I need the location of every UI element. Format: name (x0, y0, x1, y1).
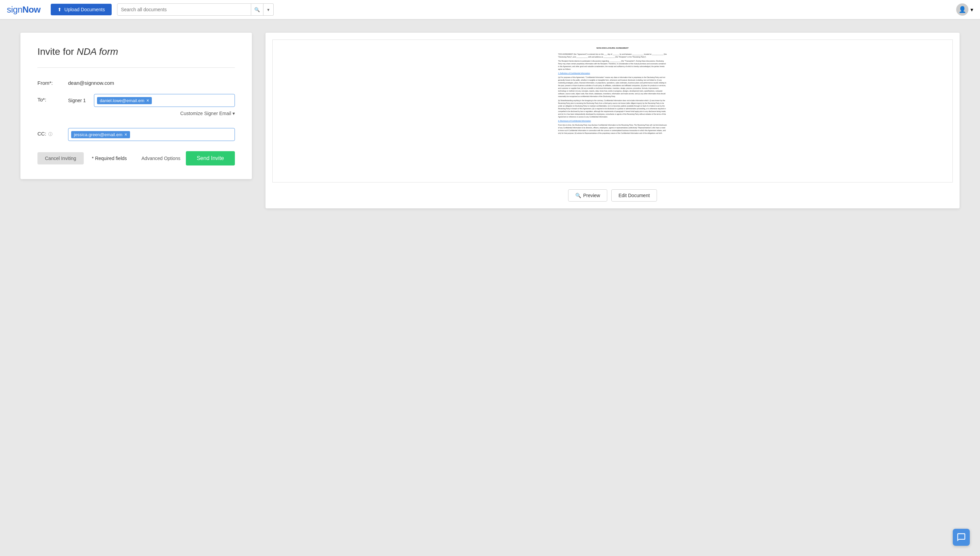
customize-signer-chevron-icon: ▾ (232, 111, 235, 116)
send-invite-button[interactable]: Send Invite (186, 151, 235, 165)
preview-button-label: Preview (583, 193, 600, 198)
edit-doc-label: Edit Document (618, 193, 650, 198)
signer-email-input[interactable]: daniel.lowe@email.em × (94, 94, 235, 107)
doc-para2: The Recipient hereto desires to particip… (558, 60, 667, 71)
doc-preview-panel: NON-DISCLOSURE AGREEMENT THIS AGREEMENT … (265, 33, 960, 208)
doc-section1-title: 1. Definition of Confidential Informatio… (558, 72, 667, 74)
invite-panel: Invite for NDA form From*: dean@signnow.… (20, 33, 252, 179)
upload-icon: ⬆ (58, 7, 61, 12)
logo: signNow (7, 5, 40, 15)
signer-label: Signer 1 (68, 98, 89, 103)
advanced-options-button[interactable]: Advanced Options (142, 155, 181, 161)
cc-email-remove[interactable]: × (124, 132, 127, 137)
from-value: dean@signnow.com (68, 77, 114, 86)
upload-button-label: Upload Documents (65, 7, 105, 12)
doc-text-content: NON-DISCLOSURE AGREEMENT THIS AGREEMENT … (558, 47, 667, 136)
doc-preview-title: NON-DISCLOSURE AGREEMENT (558, 47, 667, 50)
chevron-down-icon: ▾ (267, 7, 270, 12)
signer-row: Signer 1 daniel.lowe@email.em × (68, 94, 235, 107)
upload-documents-button[interactable]: ⬆ Upload Documents (51, 4, 111, 15)
avatar-chevron-icon: ▾ (970, 6, 973, 13)
cancel-inviting-button[interactable]: Cancel Inviting (37, 152, 84, 165)
invite-title: Invite for NDA form (37, 46, 235, 57)
signer-email-tag: daniel.lowe@email.em × (97, 97, 152, 104)
chat-icon (956, 532, 966, 542)
customize-signer-label: Customize Signer Email (181, 111, 231, 116)
logo-sign: sign (7, 5, 23, 15)
to-field-wrap: Signer 1 daniel.lowe@email.em × Customiz… (68, 94, 235, 120)
logo-now: Now (23, 5, 40, 15)
doc-preview-inner: NON-DISCLOSURE AGREEMENT THIS AGREEMENT … (272, 39, 953, 183)
edit-document-button[interactable]: Edit Document (611, 189, 657, 202)
preview-zoom-icon: 🔍 (575, 193, 581, 198)
doc-section1-text: (a) For purposes of this Agreement, "Con… (558, 76, 667, 98)
preview-buttons: 🔍 Preview Edit Document (568, 189, 657, 202)
signer-email-value: daniel.lowe@email.em (100, 98, 144, 103)
doc-section1-text2: (b) Notwithstanding anything in the fore… (558, 99, 667, 118)
invite-doc-name: NDA form (77, 46, 118, 57)
cc-email-tag: jessica.green@email.em × (71, 131, 130, 138)
cc-label: CC: ⓘ (37, 128, 61, 137)
header: signNow ⬆ Upload Documents 🔍 ▾ 👤 ▾ (0, 0, 980, 19)
search-input-wrap (117, 3, 251, 16)
signer-email-remove[interactable]: × (146, 98, 149, 103)
search-dropdown-button[interactable]: ▾ (263, 3, 274, 16)
cc-email-value: jessica.green@email.em (74, 132, 123, 137)
cc-info-icon: ⓘ (48, 132, 52, 137)
from-label: From*: (37, 77, 61, 86)
cc-email-input[interactable]: jessica.green@email.em × (68, 128, 235, 141)
form-footer: Cancel Inviting * Required fields Advanc… (37, 151, 235, 165)
doc-para1: THIS AGREEMENT (the "Agreement") is ente… (558, 53, 667, 58)
from-row: From*: dean@signnow.com (37, 77, 235, 86)
doc-section2-title: 2. Disclosure of Confidential Informatio… (558, 120, 667, 122)
avatar: 👤 (956, 3, 969, 16)
search-input[interactable] (121, 7, 247, 12)
customize-signer-button[interactable]: Customize Signer Email ▾ (181, 111, 235, 116)
doc-section2-text: From time to time, the Disclosing Party … (558, 124, 667, 134)
to-label: To*: (37, 94, 61, 102)
user-avatar-wrap[interactable]: 👤 ▾ (956, 3, 973, 16)
chat-fab-button[interactable] (953, 529, 970, 546)
required-fields-text: * Required fields (92, 155, 127, 161)
search-icon: 🔍 (254, 7, 260, 12)
customize-signer-wrap: Customize Signer Email ▾ (68, 110, 235, 116)
cc-row: CC: ⓘ jessica.green@email.em × (37, 128, 235, 141)
search-area: 🔍 ▾ (117, 3, 274, 16)
main-content: Invite for NDA form From*: dean@signnow.… (0, 19, 980, 222)
preview-button[interactable]: 🔍 Preview (568, 189, 607, 202)
search-button[interactable]: 🔍 (251, 3, 263, 16)
to-row: To*: Signer 1 daniel.lowe@email.em × Cus… (37, 94, 235, 120)
